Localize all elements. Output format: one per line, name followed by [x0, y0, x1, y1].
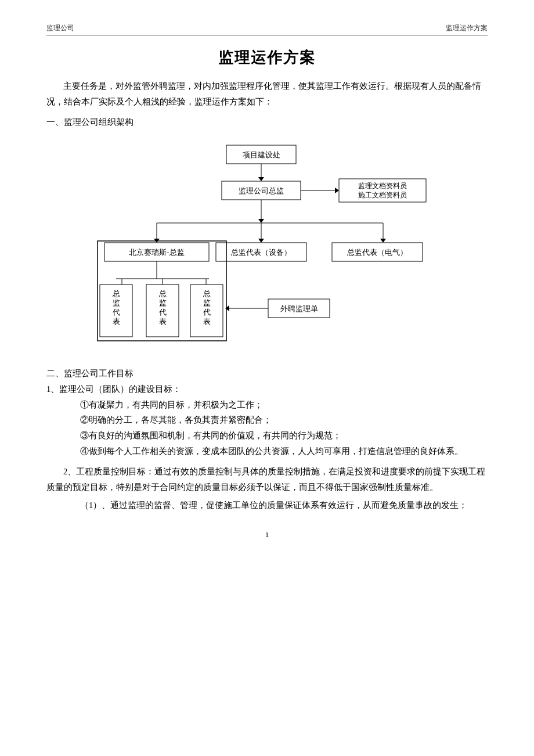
svg-text:总监代表（电气）: 总监代表（电气）	[347, 248, 407, 257]
svg-text:监理文档资料员: 监理文档资料员	[358, 182, 407, 190]
sub-item-4: ④做到每个人工作相关的资源，变成本团队的公共资源，人人均可享用，打造信息管理的良…	[63, 444, 488, 459]
section1-title: 一、监理公司组织架构	[46, 117, 488, 128]
page-number: 1	[46, 530, 488, 539]
svg-text:项目建设处: 项目建设处	[243, 150, 280, 159]
svg-text:总: 总	[112, 289, 120, 298]
svg-text:监: 监	[203, 298, 211, 307]
intro-para1: 主要任务是，对外监管外聘监理，对内加强监理程序化管理，使其监理工作有效运行。根据…	[46, 78, 488, 110]
sub-item-3: ③有良好的沟通氛围和机制，有共同的价值观，有共同的行为规范；	[63, 428, 488, 444]
svg-text:总监代表（设备）: 总监代表（设备）	[230, 248, 291, 257]
svg-text:外聘监理单: 外聘监理单	[280, 304, 318, 313]
org-chart-svg: 项目建设处 监理公司总监 监理文档资料员 施工文档资料员 北京赛瑞斯-总监 总监	[58, 139, 476, 354]
svg-marker-12	[258, 219, 264, 223]
svg-text:代: 代	[112, 308, 120, 316]
svg-text:监: 监	[159, 298, 167, 307]
item2-title: 2、工程质量控制目标：通过有效的质量控制与具体的质量控制措施，在满足投资和进度要…	[46, 464, 488, 495]
org-chart: 项目建设处 监理公司总监 监理文档资料员 施工文档资料员 北京赛瑞斯-总监 总监	[46, 139, 488, 354]
sub-item-1: ①有凝聚力，有共同的目标，并积极为之工作；	[63, 397, 488, 413]
svg-text:代: 代	[203, 308, 211, 316]
svg-marker-17	[258, 239, 264, 243]
svg-marker-19	[380, 239, 386, 243]
svg-text:总: 总	[158, 289, 167, 298]
svg-text:表: 表	[113, 317, 120, 326]
svg-text:北京赛瑞斯-总监: 北京赛瑞斯-总监	[129, 248, 184, 257]
page-title: 监理运作方案	[46, 48, 488, 68]
svg-text:施工文档资料员: 施工文档资料员	[358, 191, 407, 199]
section2-title: 二、监理公司工作目标	[46, 368, 488, 379]
svg-text:监理公司总监: 监理公司总监	[239, 186, 284, 195]
header-right: 监理运作方案	[446, 23, 488, 33]
svg-marker-53	[225, 305, 229, 311]
item1-title: 1、监理公司（团队）的建设目标：	[46, 384, 488, 395]
svg-marker-3	[258, 177, 264, 181]
item2-sub: （1）、通过监理的监督、管理，促使施工单位的质量保证体系有效运行，从而避免质量事…	[63, 498, 488, 513]
svg-text:表: 表	[159, 317, 167, 326]
sub-item-2: ②明确的分工，各尽其能，各负其责并紧密配合；	[63, 412, 488, 428]
svg-marker-7	[335, 188, 339, 193]
svg-text:表: 表	[203, 317, 211, 326]
svg-text:代: 代	[158, 308, 167, 316]
svg-text:总: 总	[203, 289, 211, 298]
svg-text:监: 监	[113, 298, 120, 307]
item1-subs: ①有凝聚力，有共同的目标，并积极为之工作； ②明确的分工，各尽其能，各负其责并紧…	[46, 397, 488, 459]
header-bar: 监理公司 监理运作方案	[46, 23, 488, 36]
header-left: 监理公司	[46, 23, 74, 33]
